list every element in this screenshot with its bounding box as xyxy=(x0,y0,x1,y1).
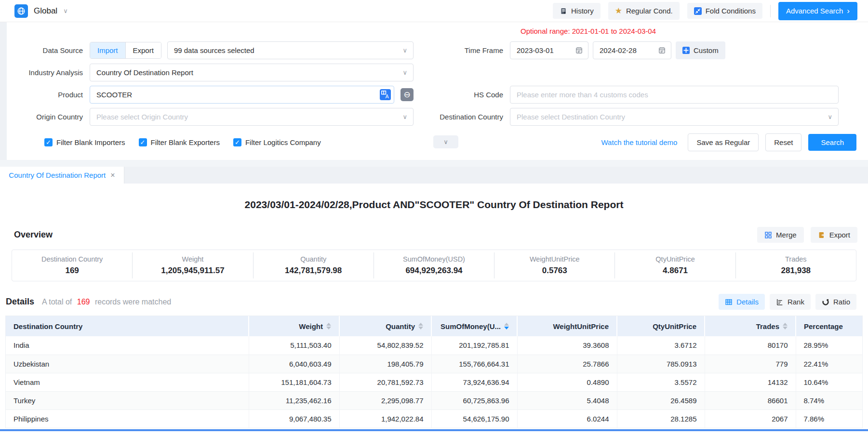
col-weight[interactable]: Weight xyxy=(249,316,339,336)
table-icon xyxy=(725,298,733,306)
cell-sum: 155,766,664.31 xyxy=(431,355,517,373)
fold-conditions-label: Fold Conditions xyxy=(706,7,756,15)
merge-button[interactable]: Merge xyxy=(757,227,804,243)
table-row[interactable]: Turkey 11,235,462.16 2,295,098.77 60,725… xyxy=(6,391,862,409)
hs-code-input[interactable] xyxy=(510,86,839,104)
filter-logitics-company-label: Filter Logitics Company xyxy=(245,138,321,146)
history-button[interactable]: History xyxy=(553,3,601,19)
destination-country-placeholder: Please select Destination Country xyxy=(517,113,625,121)
overview-stats-card: Destination Country 169 Weight 1,205,945… xyxy=(12,250,856,281)
table-header-row: Destination Country Weight Quantity SumO… xyxy=(6,316,862,336)
custom-label: Custom xyxy=(694,46,719,54)
end-date-input[interactable] xyxy=(600,46,665,54)
cell-weight-unit-price: 5.4048 xyxy=(517,391,617,409)
sort-icon[interactable] xyxy=(418,323,423,330)
cell-country: Uzbekistan xyxy=(6,355,249,373)
stat-weight-unit-price: WeightUnitPrice 0.5763 xyxy=(494,252,614,278)
col-qty-unit-price: QtyUnitPrice xyxy=(617,316,705,336)
checkbox-check-icon: ✓ xyxy=(233,138,241,146)
bar-chart-icon xyxy=(776,298,784,306)
col-label: Quantity xyxy=(386,322,415,330)
cell-qty-unit-price: 28.1285 xyxy=(617,409,705,428)
col-weight-unit-price: WeightUnitPrice xyxy=(517,316,617,336)
close-icon[interactable]: × xyxy=(110,171,115,180)
data-sources-select[interactable]: 99 data sources selected ∨ xyxy=(167,41,414,59)
cell-weight-unit-price: 0.4890 xyxy=(517,373,617,391)
industry-analysis-select[interactable]: Country Of Destination Report ∨ xyxy=(90,64,414,81)
filter-logitics-company-checkbox[interactable]: ✓ Filter Logitics Company xyxy=(233,138,321,146)
cell-trades: 2067 xyxy=(705,409,796,428)
end-date-field[interactable] xyxy=(593,41,671,59)
stat-value: 142,781,579.98 xyxy=(254,266,374,276)
overview-heading: Overview xyxy=(14,230,53,240)
import-toggle[interactable]: Import xyxy=(90,42,125,58)
col-quantity[interactable]: Quantity xyxy=(339,316,431,336)
chevron-down-icon: ∨ xyxy=(402,113,407,120)
region-label: Global xyxy=(34,6,57,16)
search-button[interactable]: Search xyxy=(808,134,856,151)
cell-qty-unit-price: 3.6712 xyxy=(617,336,705,355)
details-heading: Details xyxy=(6,297,34,307)
fold-conditions-button[interactable]: Fold Conditions xyxy=(687,3,762,19)
history-icon xyxy=(560,7,567,15)
stat-value: 1,205,945,911.57 xyxy=(133,266,253,276)
col-label: Weight xyxy=(299,322,323,330)
collapse-panel-button[interactable]: ∨ xyxy=(433,135,458,148)
fold-icon xyxy=(694,7,702,15)
reset-button[interactable]: Reset xyxy=(765,133,801,151)
regular-cond-button[interactable]: ★ Regular Cond. xyxy=(608,2,680,20)
col-trades[interactable]: Trades xyxy=(705,316,796,336)
ratio-view-button[interactable]: Ratio xyxy=(815,294,856,310)
cell-weight-unit-price: 6.0244 xyxy=(517,409,617,428)
filter-blank-exporters-checkbox[interactable]: ✓ Filter Blank Exporters xyxy=(139,138,220,146)
optional-range-hint: Optional range: 2021-01-01 to 2024-03-04 xyxy=(521,27,656,35)
exact-match-icon[interactable]: ⊖ xyxy=(401,88,414,101)
cell-weight: 151,181,604.73 xyxy=(249,373,339,391)
cell-trades: 779 xyxy=(705,355,796,373)
start-date-input[interactable] xyxy=(517,46,582,54)
divider xyxy=(770,5,771,17)
bottom-scroll-indicator[interactable] xyxy=(0,429,868,431)
details-view-button[interactable]: Details xyxy=(719,294,765,310)
region-selector[interactable]: Global ∨ xyxy=(14,4,68,18)
cell-quantity: 198,405.79 xyxy=(339,355,431,373)
advanced-search-button[interactable]: Advanced Search › xyxy=(778,2,857,20)
translate-icon[interactable]: A xyxy=(380,89,391,100)
origin-country-select[interactable]: Please select Origin Country ∨ xyxy=(90,108,414,126)
match-summary: A total of 169 records were matched xyxy=(42,298,171,306)
stat-destination-country: Destination Country 169 xyxy=(12,252,132,278)
tab-country-of-destination-report[interactable]: Country Of Destination Report × xyxy=(0,167,124,184)
col-sum-of-money[interactable]: SumOfMoney(U... xyxy=(431,316,517,336)
start-date-field[interactable] xyxy=(510,41,588,59)
table-row[interactable]: India 5,111,503.40 54,802,839.52 201,192… xyxy=(6,336,862,355)
cell-trades: 14132 xyxy=(705,373,796,391)
export-label: Export xyxy=(829,231,850,239)
table-row[interactable]: Vietnam 151,181,604.73 20,781,592.73 73,… xyxy=(6,373,862,391)
col-label: WeightUnitPrice xyxy=(553,322,609,330)
export-toggle[interactable]: Export xyxy=(125,42,161,58)
product-input[interactable] xyxy=(90,86,394,104)
sort-icon-active[interactable] xyxy=(504,323,509,330)
sort-icon[interactable] xyxy=(326,323,331,330)
report-title: 2023/03/01-2024/02/28,Product AND"SCOOTE… xyxy=(0,184,868,213)
col-label: Destination Country xyxy=(13,322,82,330)
cell-weight: 11,235,462.16 xyxy=(249,391,339,409)
destination-country-select[interactable]: Please select Destination Country ∨ xyxy=(510,108,839,126)
chevron-down-icon: ∨ xyxy=(63,7,68,14)
filter-blank-importers-checkbox[interactable]: ✓ Filter Blank Importers xyxy=(44,138,125,146)
top-bar: Global ∨ History ★ Regular Cond. Fold Co… xyxy=(0,0,868,22)
stat-label: SumOfMoney(USD) xyxy=(374,255,494,263)
export-button[interactable]: Export xyxy=(811,227,857,243)
cell-weight: 5,111,503.40 xyxy=(249,336,339,355)
merge-label: Merge xyxy=(776,231,797,239)
table-row[interactable]: Philippines 9,067,480.35 1,942,022.84 54… xyxy=(6,409,862,428)
custom-range-button[interactable]: Custom xyxy=(676,41,725,59)
col-label: Trades xyxy=(756,322,779,330)
table-row[interactable]: Uzbekistan 6,040,603.49 198,405.79 155,7… xyxy=(6,355,862,373)
match-count: 169 xyxy=(74,298,93,306)
save-as-regular-button[interactable]: Save as Regular xyxy=(688,133,759,151)
cell-weight-unit-price: 25.7866 xyxy=(517,355,617,373)
sort-icon[interactable] xyxy=(783,323,788,330)
tutorial-demo-link[interactable]: Watch the tutorial demo xyxy=(601,138,678,146)
rank-view-button[interactable]: Rank xyxy=(770,294,811,310)
